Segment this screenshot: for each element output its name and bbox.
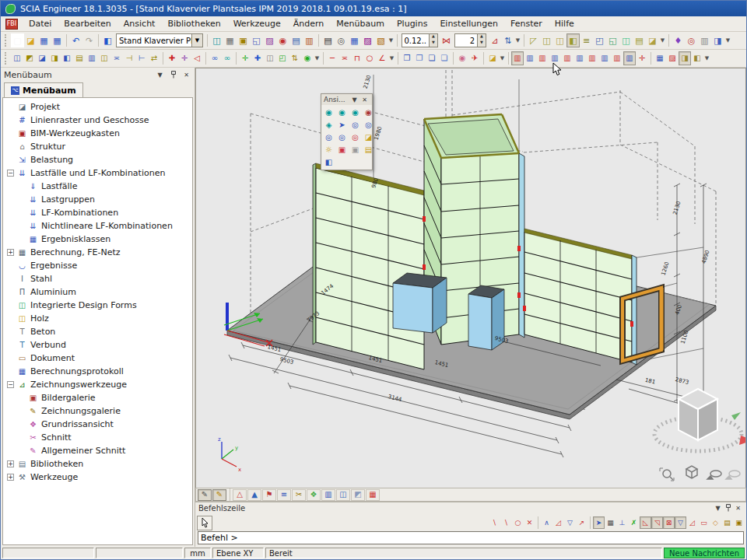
profile-2-icon[interactable]: ◩ — [23, 51, 36, 65]
grid-snap-icon[interactable]: ▦ — [605, 516, 616, 529]
snap-circle-icon[interactable]: ○ — [512, 516, 524, 529]
view-preset-8-icon[interactable]: ▥ — [598, 51, 611, 65]
project-selector[interactable]: Stand Klavervier Pla▼ — [116, 33, 203, 47]
tree-item-struktur[interactable]: ⌂Struktur — [3, 140, 192, 153]
profile-10-icon[interactable]: ⊣ — [123, 51, 135, 65]
wall-tool-4-icon[interactable]: ◧ — [566, 33, 580, 47]
layers-icon[interactable]: ▦ — [223, 33, 237, 47]
stretch-icon[interactable]: ⇅ — [289, 51, 301, 65]
view-folder-icon[interactable]: ◪ — [363, 131, 374, 143]
command-pin-icon[interactable] — [723, 503, 733, 513]
tree-item-grundrissansicht[interactable]: ❖Grundrissansicht — [3, 418, 192, 431]
tracking-icon[interactable]: ✗ — [628, 516, 640, 529]
status-unit[interactable]: mm — [184, 548, 211, 558]
new-file-icon[interactable]: ▢ — [11, 33, 24, 47]
profile-12-icon[interactable]: ⇄ — [148, 51, 160, 65]
snap-endpoint-icon[interactable]: \ — [489, 516, 500, 529]
model-viewport[interactable]: 2130198012809802130489012604001100147479… — [195, 68, 746, 488]
open-view-icon[interactable]: ◪ — [486, 51, 499, 65]
member-tool-icon[interactable]: ✛ — [178, 51, 191, 65]
wall-tool-3-icon[interactable]: ◫ — [553, 33, 566, 47]
menu-plugins[interactable]: Plugins — [391, 17, 433, 30]
rotate-icon[interactable]: ◰ — [276, 51, 289, 65]
spinner-down-icon[interactable]: ▼ — [430, 40, 437, 47]
opacity-spinner[interactable]: 0.12..▲▼ — [402, 33, 438, 47]
tree-item-nichtlineare-lf-kombinationen[interactable]: ⇊Nichtlineare LF-Kombinationen — [3, 219, 192, 233]
dropdown-arrow-icon[interactable]: ▼ — [659, 37, 666, 44]
save-icon[interactable]: ▦ — [37, 33, 51, 47]
calculator-icon[interactable]: ▦ — [348, 33, 361, 47]
tree-item-holz[interactable]: ◫Holz — [3, 312, 192, 325]
mirror-icon[interactable]: ◫ — [264, 51, 276, 65]
wall-tool-5-icon[interactable]: ≡ — [580, 33, 593, 47]
array-icon[interactable]: ◉ — [301, 51, 314, 65]
brush-icon[interactable]: ▨ — [263, 33, 276, 47]
toolbar-grip[interactable] — [5, 52, 9, 65]
collapse-toggle-icon[interactable]: − — [7, 170, 14, 177]
tree-item-berechnungsprotokoll[interactable]: ▦Berechnungsprotokoll — [3, 365, 192, 378]
copy-attrib-icon[interactable]: ▣ — [237, 33, 250, 47]
tree-item-bildergalerie[interactable]: ▣Bildergalerie — [3, 391, 192, 404]
zoom-selection-icon[interactable]: ◎ — [349, 131, 361, 143]
window-3-icon[interactable]: ❏ — [426, 51, 438, 65]
menu-einstellungen[interactable]: Einstellungen — [433, 17, 504, 30]
keypad-icon[interactable]: ▣ — [733, 516, 745, 529]
wall-tool-2-icon[interactable]: ◫ — [540, 33, 553, 47]
zoom-out-icon[interactable]: ◎ — [363, 119, 374, 131]
orbit-alt-icon[interactable] — [726, 471, 740, 479]
cursor-snap-icon[interactable]: ➤ — [593, 516, 605, 529]
new-messages-button[interactable]: Neue Nachrichten — [664, 548, 745, 558]
left-wall[interactable] — [313, 163, 424, 369]
snap-mode-5-icon[interactable]: ◿ — [686, 516, 698, 529]
snap-arc-icon[interactable]: ↗ — [576, 516, 587, 529]
tree-item-integrierte-design-forms[interactable]: ◫Integrierte Design Forms — [3, 299, 192, 312]
red-grid-icon[interactable]: ▦ — [366, 489, 380, 501]
view-preset-7-icon[interactable]: ▥ — [586, 51, 598, 65]
3d-scene[interactable]: 2130198012809802130489012604001100147479… — [196, 68, 745, 485]
window-layout-icon[interactable]: ◧ — [101, 33, 114, 47]
angle-draw-icon[interactable]: ∠ — [376, 51, 388, 65]
dropdown-arrow-icon[interactable]: ▼ — [703, 55, 710, 61]
undo-icon[interactable]: ↶ — [69, 33, 82, 47]
spinner-value[interactable]: 2 — [455, 34, 477, 47]
view-doc-icon[interactable]: ◧ — [323, 156, 335, 168]
menu-werkzeuge[interactable]: Werkzeuge — [227, 17, 287, 30]
cube-view-icon[interactable] — [686, 466, 697, 478]
view-preset-2-icon[interactable]: ▥ — [524, 51, 536, 65]
tree-item-ergebnisklassen[interactable]: ▦Ergebnisklassen — [3, 233, 192, 246]
nav-cube[interactable] — [654, 389, 745, 451]
surface-icon[interactable]: △ — [233, 489, 247, 501]
clipboard-icon[interactable]: ◫ — [210, 33, 223, 47]
labels-abc-icon[interactable]: ✂ — [292, 489, 306, 501]
named-items-icon[interactable]: ◫ — [336, 489, 350, 501]
tree-item-lf-kombinationen[interactable]: ⇊LF-Kombinationen — [3, 206, 192, 219]
measure-icon[interactable]: ▥ — [698, 33, 711, 47]
menu-fenster[interactable]: Fenster — [504, 17, 549, 30]
command-close-icon[interactable]: ✕ — [733, 503, 743, 513]
profile-4-icon[interactable]: ◨ — [48, 51, 61, 65]
wall-tool-6-icon[interactable]: ◰ — [593, 33, 606, 47]
snap-mode-3-icon[interactable]: ⊠ — [663, 516, 675, 529]
window-2-icon[interactable]: ❐ — [413, 51, 426, 65]
paste-icon[interactable]: ◱ — [250, 33, 263, 47]
tree-item-lastf-lle-und-lf-kombinationen[interactable]: −⇊Lastfälle und LF-Kombinationen — [3, 166, 192, 180]
chain-1-icon[interactable]: ∞ — [209, 51, 221, 65]
tree-item-schnitt[interactable]: ✂Schnitt — [3, 431, 192, 444]
zoom-in-icon[interactable]: ◎ — [349, 119, 361, 131]
view-projection-icon[interactable]: ◈ — [323, 119, 335, 131]
panel-menu-chevron-icon[interactable]: ▼ — [155, 70, 165, 80]
snap-mode-7-icon[interactable]: ◇ — [710, 516, 721, 529]
snap-plane-icon[interactable]: ▽ — [564, 516, 576, 529]
status-plane[interactable]: Ebene XY — [212, 548, 264, 558]
panel-close-icon[interactable]: ✕ — [181, 70, 191, 80]
menu-hilfe[interactable]: Hilfe — [549, 17, 580, 30]
tree-item-belastung[interactable]: ⇲Belastung — [3, 153, 192, 166]
command-input[interactable] — [201, 533, 741, 543]
menu-bibliotheken[interactable]: Bibliotheken — [161, 17, 226, 30]
tree-item-werkzeuge[interactable]: +⚒Werkzeuge — [3, 471, 192, 484]
project-selector-dropdown-icon[interactable]: ▼ — [191, 34, 202, 47]
tree-item-lastf-lle[interactable]: ⇓Lastfälle — [3, 180, 192, 193]
connect-icon[interactable]: ⋈ — [440, 33, 453, 47]
tree-item-ergebnisse[interactable]: ◡Ergebnisse — [3, 259, 192, 272]
scale-10-icon[interactable]: ⇅ — [501, 33, 514, 47]
